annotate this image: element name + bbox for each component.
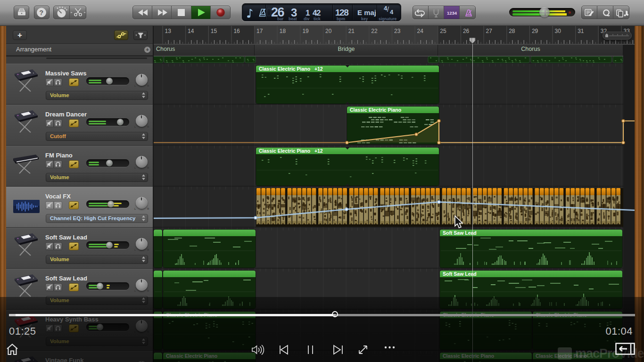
svg-text:18: 18 — [280, 28, 286, 34]
svg-text:13: 13 — [165, 28, 172, 34]
svg-text:26: 26 — [463, 28, 470, 34]
svg-text:31: 31 — [578, 28, 584, 34]
svg-text:25: 25 — [440, 28, 446, 34]
svg-text:14: 14 — [188, 28, 194, 34]
svg-text:19: 19 — [302, 28, 309, 34]
svg-text:22: 22 — [371, 28, 378, 34]
svg-text:15: 15 — [211, 28, 217, 34]
svg-text:24: 24 — [417, 28, 424, 34]
svg-text:23: 23 — [394, 28, 401, 34]
svg-text:29: 29 — [532, 28, 538, 34]
svg-text:17: 17 — [256, 28, 263, 34]
svg-text:1234: 1234 — [447, 10, 457, 16]
svg-text:?: ? — [39, 9, 43, 16]
svg-text:28: 28 — [509, 28, 515, 34]
svg-text:16: 16 — [233, 28, 240, 34]
svg-text:30: 30 — [555, 28, 561, 34]
svg-text:27: 27 — [486, 28, 493, 34]
svg-text:21: 21 — [348, 28, 355, 34]
svg-text:20: 20 — [325, 28, 332, 34]
